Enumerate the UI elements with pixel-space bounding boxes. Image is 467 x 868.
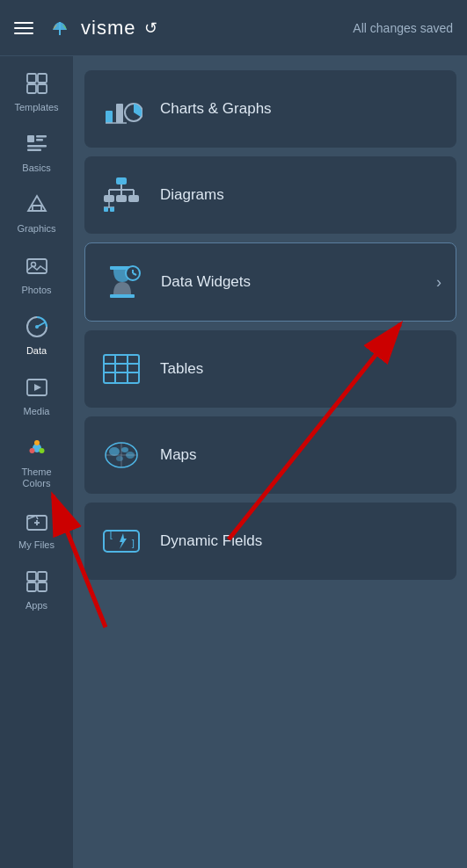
media-icon [26,376,48,402]
dynamic-fields-label: Dynamic Fields [160,532,442,550]
sidebar: Templates Basics [0,56,74,868]
sidebar-item-graphics[interactable]: Graphics [4,184,70,243]
graphics-label: Graphics [17,223,55,235]
svg-rect-2 [27,74,36,83]
svg-rect-5 [38,84,47,93]
data-widgets-label: Data Widgets [161,273,420,291]
tables-icon [99,346,144,392]
logo-text: visme [81,17,135,40]
svg-rect-51 [104,355,139,383]
svg-rect-29 [106,111,113,123]
svg-rect-7 [36,135,47,138]
sidebar-item-theme-colors[interactable]: Theme Colors [4,428,70,498]
svg-rect-40 [116,195,127,202]
sidebar-item-templates[interactable]: Templates [4,63,70,122]
dynamic-fields-icon: [ ] [99,518,144,564]
undo-button[interactable]: ↺ [144,18,157,38]
maps-icon [99,432,144,478]
svg-rect-9 [27,145,47,148]
data-widgets-icon [99,259,145,305]
sidebar-item-apps[interactable]: Apps [4,561,70,620]
diagrams-label: Diagrams [160,186,442,204]
header: visme ↺ All changes saved [0,0,467,56]
tables-label: Tables [160,360,442,378]
svg-rect-10 [27,149,41,152]
svg-rect-8 [36,139,43,141]
svg-text:]: ] [130,538,136,549]
svg-point-60 [116,456,123,461]
svg-rect-41 [128,195,139,202]
photos-icon [26,255,48,281]
svg-rect-4 [27,84,36,93]
hamburger-button[interactable] [14,22,33,34]
svg-point-21 [29,448,34,453]
visme-logo-icon [46,14,74,42]
svg-rect-12 [27,259,47,273]
logo-area: visme [46,14,135,42]
svg-rect-44 [104,207,108,212]
svg-point-20 [39,448,44,453]
svg-point-15 [35,325,39,329]
menu-item-tables[interactable]: Tables [84,330,456,408]
svg-rect-47 [110,294,135,298]
apps-icon [26,570,48,597]
sidebar-item-my-files[interactable]: My Files [4,501,70,560]
photos-label: Photos [21,285,51,296]
content-panel: Charts & Graphs [74,56,467,868]
apps-label: Apps [26,600,47,611]
svg-marker-65 [120,533,127,549]
svg-rect-25 [27,572,36,581]
svg-rect-45 [110,207,114,212]
menu-item-diagrams[interactable]: Diagrams [84,156,456,234]
charts-graphs-icon [99,86,144,132]
sidebar-item-media[interactable]: Media [4,367,70,426]
basics-label: Basics [22,163,50,174]
svg-text:[: [ [108,529,114,540]
theme-colors-label: Theme Colors [21,467,51,489]
svg-rect-28 [38,582,47,591]
sidebar-item-basics[interactable]: Basics [4,124,70,183]
svg-rect-33 [116,177,127,184]
menu-item-data-widgets[interactable]: Data Widgets › [84,242,456,322]
svg-rect-39 [104,195,114,202]
basics-icon [26,133,48,159]
menu-item-maps[interactable]: Maps [84,416,456,494]
charts-graphs-label: Charts & Graphs [160,100,442,118]
templates-icon [26,72,48,98]
media-label: Media [24,406,50,417]
menu-item-charts-graphs[interactable]: Charts & Graphs [84,70,456,148]
svg-rect-26 [38,572,47,581]
svg-point-58 [121,447,128,452]
svg-point-19 [34,440,40,445]
my-files-icon [26,510,48,536]
diagrams-icon [99,172,144,218]
svg-rect-27 [27,582,36,591]
data-widgets-chevron: › [436,273,441,292]
maps-label: Maps [160,446,442,464]
svg-rect-6 [27,135,34,142]
templates-label: Templates [14,102,58,113]
save-status: All changes saved [353,21,453,35]
svg-rect-30 [116,104,123,123]
my-files-label: My Files [18,539,55,551]
svg-marker-11 [28,196,46,211]
graphics-icon [26,193,48,220]
sidebar-item-photos[interactable]: Photos [4,246,70,305]
data-icon [26,315,48,342]
menu-item-dynamic-fields[interactable]: [ ] Dynamic Fields [84,503,456,580]
theme-colors-icon [26,437,48,463]
svg-marker-17 [34,384,41,391]
data-label: Data [26,345,47,357]
svg-rect-3 [38,74,47,83]
main-layout: Templates Basics [0,56,467,868]
sidebar-item-data[interactable]: Data [4,307,70,365]
